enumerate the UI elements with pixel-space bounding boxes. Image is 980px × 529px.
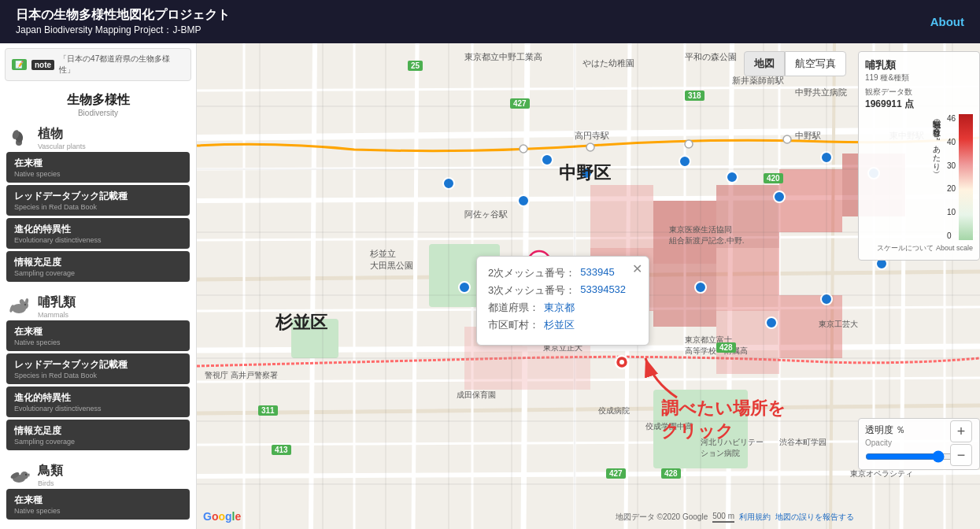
route-badge-413: 413: [272, 445, 291, 455]
place-takaido-police: 警視庁 高井戸警察署: [205, 370, 278, 381]
title-block: 日本の生物多様性地図化プロジェクト Japan Biodiversity Map…: [16, 7, 230, 37]
place-tokyo-opera: 東京オペラシティ: [850, 468, 913, 479]
zoom-in-btn[interactable]: +: [950, 420, 972, 442]
svg-rect-50: [590, 185, 653, 248]
legend-count-value: 1969911 点: [865, 98, 973, 111]
popup-mesh3-value[interactable]: 53394532: [580, 283, 626, 298]
birds-native-btn[interactable]: 在来種 Native species: [6, 489, 190, 520]
legend-ticks: 46 40 30 20 10 0: [947, 114, 956, 240]
bird-icon: [6, 462, 31, 487]
legend-scale-note[interactable]: スケールについて About scale: [865, 243, 973, 253]
mammals-sampling-btn[interactable]: 情報充足度 Sampling coverage: [6, 420, 190, 450]
svg-point-12: [25, 474, 27, 475]
route-badge-428: 428: [716, 342, 736, 353]
scale-bar-label: 500 m: [712, 512, 734, 523]
place-asagaya: 阿佐ヶ谷駅: [464, 209, 508, 220]
route-badge-420: 420: [764, 173, 783, 183]
biodiversity-header: 生物多様性 Biodiversity: [0, 86, 196, 119]
svg-point-64: [542, 154, 553, 165]
svg-point-60: [520, 145, 527, 153]
mammals-en: Mammals: [38, 311, 76, 319]
title-japanese: 日本の生物多様性地図化プロジェクト: [16, 7, 230, 24]
title-english: Japan Biodiversity Mapping Project：J-BMP: [16, 24, 230, 37]
place-yahata: やはた幼稚園: [582, 57, 634, 69]
plants-label: 植物: [38, 127, 63, 140]
map-copyright: 地図データ ©2020 Google 500 m 利用規約 地図の誤りを報告する: [616, 512, 854, 523]
zoom-controls: + −: [950, 420, 972, 466]
map-type-aerial[interactable]: 航空写真: [785, 51, 846, 76]
svg-point-57: [586, 143, 594, 151]
map-type-buttons: 地図 航空写真: [744, 51, 846, 76]
about-link[interactable]: About: [930, 15, 964, 28]
popup-pref-label: 都道府県：: [488, 301, 539, 315]
note-banner[interactable]: 📝 note 「日本の47都道府県の生物多様性」: [5, 48, 191, 81]
plants-evolutionary-btn[interactable]: 進化的特異性 Evolutionary distinctiveness: [6, 218, 190, 249]
legend-panel: 哺乳類 119 種&種類 観察データ数 1969911 点 哺乳類の種数（1km…: [858, 51, 980, 261]
popup-mesh2-value[interactable]: 533945: [580, 266, 614, 280]
google-logo: Google: [203, 510, 241, 523]
place-tokyotoritsu-kogyo: 東京都立中野工業高: [464, 51, 542, 63]
place-tokyo-kogei: 東京工芸大: [819, 319, 858, 330]
popup-pref-row: 都道府県： 東京都: [488, 301, 638, 315]
popup-city-label: 市区町村：: [488, 318, 539, 332]
map-type-map[interactable]: 地図: [744, 51, 785, 76]
place-koenji: 高円寺駅: [575, 130, 609, 142]
svg-point-79: [619, 360, 624, 364]
svg-point-8: [24, 304, 26, 305]
place-arai-yakushi: 新井薬師前駅: [732, 75, 784, 87]
mammals-native-btn[interactable]: 在来種 Native species: [6, 320, 190, 351]
plants-label-group: 植物 Vascular plants: [38, 126, 86, 150]
mammals-evolutionary-btn[interactable]: 進化的特異性 Evolutionary distinctiveness: [6, 387, 190, 417]
svg-point-66: [727, 172, 738, 183]
plants-sampling-btn[interactable]: 情報充足度 Sampling coverage: [6, 251, 190, 282]
legend-tick-10: 10: [947, 208, 956, 216]
mammals-label-group: 哺乳類 Mammals: [38, 294, 76, 319]
popup-mesh2-row: 2次メッシュ番号： 533945: [488, 266, 638, 280]
mammals-reddata-btn[interactable]: レッドデータブック記載種 Species in Red Data Book: [6, 353, 190, 384]
map-area[interactable]: ① 中野区 杉並区 東京都立中野工業高 やはた幼稚園 平和の森公園 新井薬師前駅…: [197, 43, 980, 529]
plants-group: 植物 Vascular plants 在来種 Native species レッ…: [0, 119, 196, 287]
zoom-out-btn[interactable]: −: [950, 444, 972, 466]
birds-label-group: 鳥類 Birds: [38, 463, 63, 487]
route-badge-427b: 427: [606, 468, 626, 479]
biodiversity-label: 生物多様性: [0, 92, 196, 109]
terms-link[interactable]: 利用規約: [739, 512, 771, 523]
place-heiwa: 平和の森公園: [685, 51, 737, 63]
birds-label: 鳥類: [38, 464, 63, 477]
note-n-label: note: [31, 60, 54, 70]
route-badge-427: 427: [510, 98, 530, 109]
note-text: 「日本の47都道府県の生物多様性」: [59, 54, 184, 76]
app-header: 日本の生物多様性地図化プロジェクト Japan Biodiversity Map…: [0, 0, 980, 43]
biodiversity-en: Biodiversity: [0, 109, 196, 117]
place-nakano-kyoritsu: 中野共立病院: [795, 87, 847, 98]
popup-city-row: 市区町村： 杉並区: [488, 318, 638, 332]
popup-mesh3-row: 3次メッシュ番号： 53394532: [488, 283, 638, 298]
annotation-line2: クリック: [661, 420, 786, 443]
legend-vertical-label: 哺乳類の種数（1km²あたり）: [931, 114, 942, 240]
legend-tick-30: 30: [947, 161, 956, 170]
map-data-copyright: 地図データ ©2020 Google: [616, 512, 708, 523]
popup-city-value[interactable]: 杉並区: [544, 318, 575, 332]
route-badge-311: 311: [258, 405, 278, 416]
popup-mesh2-label: 2次メッシュ番号：: [488, 266, 575, 280]
legend-tick-40: 40: [947, 138, 956, 146]
popup-pref-value[interactable]: 東京都: [544, 301, 575, 315]
plants-reddata-btn[interactable]: レッドデータブック記載種 Species in Red Data Book: [6, 185, 190, 216]
birds-group: 鳥類 Birds 在来種 Native species: [0, 456, 196, 525]
report-link[interactable]: 地図の誤りを報告する: [775, 512, 854, 523]
mammals-group: 哺乳類 Mammals 在来種 Native species レッドデータブック…: [0, 287, 196, 456]
place-suginami-otaguro: 杉並立大田黒公園: [370, 248, 413, 272]
plants-title-row: 植物 Vascular plants: [6, 122, 190, 152]
sidebar: 📝 note 「日本の47都道府県の生物多様性」 生物多様性 Biodivers…: [0, 43, 197, 529]
popup-close-btn[interactable]: ✕: [632, 261, 642, 276]
birds-en: Birds: [38, 479, 63, 487]
legend-tick-0: 0: [947, 231, 956, 240]
legend-color-bar: [959, 114, 973, 240]
plants-native-btn[interactable]: 在来種 Native species: [6, 152, 190, 183]
route-badge-428b: 428: [661, 468, 681, 479]
svg-rect-52: [716, 248, 779, 311]
svg-point-59: [783, 135, 791, 143]
legend-gradient: 哺乳類の種数（1km²あたり） 46 40 30 20 10 0: [865, 114, 973, 240]
svg-point-67: [774, 191, 785, 202]
click-annotation: 調べたい場所を クリック: [661, 398, 786, 442]
